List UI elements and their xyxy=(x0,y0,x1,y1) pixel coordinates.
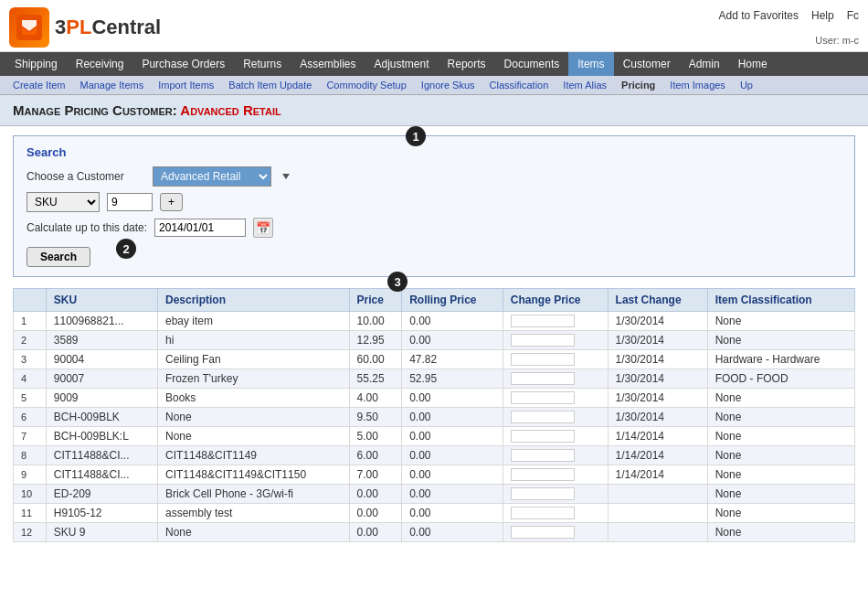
table-row[interactable]: 1 1100968821... ebay item 10.00 0.00 1/3… xyxy=(14,312,855,331)
cell-desc: assembly test xyxy=(157,504,349,523)
table-row[interactable]: 9 CIT11488&CI... CIT1148&CIT1149&CIT1150… xyxy=(14,465,855,485)
subnav-pricing[interactable]: Pricing xyxy=(614,76,662,94)
cell-last-change: 1/30/2014 xyxy=(608,350,707,369)
subnav-classification[interactable]: Classification xyxy=(482,76,556,94)
nav-returns[interactable]: Returns xyxy=(234,52,291,76)
subnav-item-alias[interactable]: Item Alias xyxy=(556,76,614,94)
cell-desc: CIT1148&CIT1149 xyxy=(157,446,349,465)
help-link[interactable]: Help xyxy=(811,9,834,22)
subnav-manage-items[interactable]: Manage Items xyxy=(72,76,151,94)
cell-last-change xyxy=(608,504,707,523)
cell-rolling: 47.82 xyxy=(402,350,503,369)
table-row[interactable]: 4 90007 Frozen T'urkey 55.25 52.95 1/30/… xyxy=(14,369,855,389)
nav-adjustment[interactable]: Adjustment xyxy=(365,52,439,76)
cell-rolling: 0.00 xyxy=(402,465,503,485)
cell-price: 0.00 xyxy=(349,485,402,504)
table-row[interactable]: 2 3589 hi 12.95 0.00 1/30/2014 None xyxy=(14,331,855,350)
cell-change[interactable] xyxy=(503,350,608,369)
cell-sku: 3589 xyxy=(46,331,157,350)
subnav-create-item[interactable]: Create Item xyxy=(5,76,72,94)
cell-classification: None xyxy=(707,446,854,465)
cell-desc: None xyxy=(157,408,349,427)
sku-input[interactable] xyxy=(107,193,153,211)
nav-documents[interactable]: Documents xyxy=(495,52,569,76)
add-to-favorites-link[interactable]: Add to Favorites xyxy=(719,9,799,22)
subnav-item-images[interactable]: Item Images xyxy=(662,76,733,94)
table-row[interactable]: 7 BCH-009BLK:L None 5.00 0.00 1/14/2014 … xyxy=(14,427,855,446)
table-row[interactable]: 12 SKU 9 None 0.00 0.00 None xyxy=(14,523,855,542)
table-row[interactable]: 6 BCH-009BLK None 9.50 0.00 1/30/2014 No… xyxy=(14,408,855,427)
cell-change[interactable] xyxy=(503,446,608,465)
cell-last-change: 1/30/2014 xyxy=(608,389,707,408)
nav-admin[interactable]: Admin xyxy=(680,52,729,76)
subnav-up[interactable]: Up xyxy=(733,76,760,94)
table-row[interactable]: 3 90004 Ceiling Fan 60.00 47.82 1/30/201… xyxy=(14,350,855,369)
cell-rolling: 0.00 xyxy=(402,504,503,523)
row-num: 11 xyxy=(14,504,47,523)
cell-last-change: 1/30/2014 xyxy=(608,331,707,350)
cell-sku: CIT11488&CI... xyxy=(46,446,157,465)
row-num: 8 xyxy=(14,446,47,465)
nav-items[interactable]: Items xyxy=(568,52,613,76)
table-row[interactable]: 11 H9105-12 assembly test 0.00 0.00 None xyxy=(14,504,855,523)
plus-button[interactable]: + xyxy=(160,193,183,211)
subnav-ignore-skus[interactable]: Ignore Skus xyxy=(414,76,482,94)
cell-change[interactable] xyxy=(503,523,608,542)
customer-dropdown-arrow xyxy=(282,174,290,179)
annotation-1: 1 xyxy=(406,126,426,146)
nav-home[interactable]: Home xyxy=(729,52,777,76)
fc-link[interactable]: Fc xyxy=(847,9,859,22)
cell-last-change: 1/30/2014 xyxy=(608,408,707,427)
row-num: 7 xyxy=(14,427,47,446)
cell-change[interactable] xyxy=(503,369,608,389)
cell-desc: Books xyxy=(157,389,349,408)
col-description: Description xyxy=(157,289,349,312)
top-links[interactable]: Add to Favorites Help Fc xyxy=(719,9,859,22)
date-label: Calculate up to this date: xyxy=(26,221,147,234)
subnav-commodity-setup[interactable]: Commodity Setup xyxy=(319,76,413,94)
search-button[interactable]: Search xyxy=(26,247,90,267)
cell-rolling: 0.00 xyxy=(402,408,503,427)
cell-change[interactable] xyxy=(503,389,608,408)
nav-purchase-orders[interactable]: Purchase Orders xyxy=(132,52,234,76)
cell-desc: Brick Cell Phone - 3G/wi-fi xyxy=(157,485,349,504)
sku-type-select[interactable]: SKU xyxy=(26,192,100,212)
nav-customer[interactable]: Customer xyxy=(614,52,680,76)
nav-reports[interactable]: Reports xyxy=(439,52,495,76)
cell-rolling: 0.00 xyxy=(402,312,503,331)
cell-sku: ED-209 xyxy=(46,485,157,504)
choose-customer-label: Choose a Customer xyxy=(26,170,145,183)
cell-change[interactable] xyxy=(503,408,608,427)
cell-change[interactable] xyxy=(503,485,608,504)
cell-classification: None xyxy=(707,389,854,408)
row-num: 3 xyxy=(14,350,47,369)
table-row[interactable]: 8 CIT11488&CI... CIT1148&CIT1149 6.00 0.… xyxy=(14,446,855,465)
subnav-import-items[interactable]: Import Items xyxy=(151,76,221,94)
nav-assemblies[interactable]: Assemblies xyxy=(291,52,365,76)
date-input[interactable] xyxy=(154,219,246,237)
cell-last-change xyxy=(608,523,707,542)
nav-receiving[interactable]: Receiving xyxy=(67,52,133,76)
cell-price: 9.50 xyxy=(349,408,402,427)
customer-label: Customer: xyxy=(112,102,180,118)
customer-select[interactable]: Advanced Retail xyxy=(153,166,271,187)
top-right: Add to Favorites Help Fc User: m-c xyxy=(719,9,859,46)
table-header-row: SKU Description Price Rolling Price Chan… xyxy=(14,289,855,312)
cell-change[interactable] xyxy=(503,427,608,446)
calendar-icon[interactable]: 📅 xyxy=(253,218,273,238)
cell-change[interactable] xyxy=(503,312,608,331)
cell-price: 10.00 xyxy=(349,312,402,331)
search-section: Search Choose a Customer Advanced Retail… xyxy=(13,135,855,277)
table-row[interactable]: 10 ED-209 Brick Cell Phone - 3G/wi-fi 0.… xyxy=(14,485,855,504)
table-row[interactable]: 5 9009 Books 4.00 0.00 1/30/2014 None xyxy=(14,389,855,408)
logo-icon xyxy=(9,7,49,48)
cell-change[interactable] xyxy=(503,331,608,350)
cell-price: 0.00 xyxy=(349,523,402,542)
col-rolling-price: Rolling Price xyxy=(402,289,503,312)
cell-rolling: 0.00 xyxy=(402,523,503,542)
nav-shipping[interactable]: Shipping xyxy=(5,52,67,76)
subnav-batch-item-update[interactable]: Batch Item Update xyxy=(221,76,319,94)
col-price: Price xyxy=(349,289,402,312)
cell-change[interactable] xyxy=(503,504,608,523)
cell-change[interactable] xyxy=(503,465,608,485)
